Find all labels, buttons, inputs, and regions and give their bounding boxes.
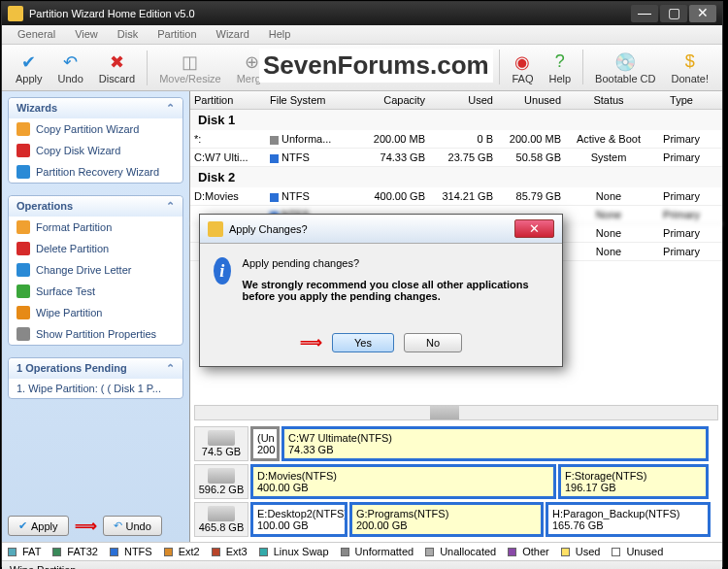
titlebar: Partition Wizard Home Edition v5.0 — ▢ ✕: [2, 2, 722, 25]
sidebar-item[interactable]: Surface Test: [9, 281, 182, 302]
item-icon: [17, 165, 30, 179]
disk-icon: 596.2 GB: [194, 464, 248, 499]
pending-panel: 1 Operations Pending⌃ 1. Wipe Partition:…: [8, 357, 183, 399]
close-button[interactable]: ✕: [689, 5, 716, 22]
legend-item: Unused: [612, 546, 663, 557]
partition-block[interactable]: F:Storage(NTFS)196.17 GB: [558, 464, 709, 499]
legend-item: FAT32: [52, 546, 98, 557]
apply-button[interactable]: ✔Apply: [8, 50, 50, 86]
diskmap-row: 596.2 GBD:Movies(NTFS)400.00 GBF:Storage…: [194, 464, 718, 499]
sidebar-undo-button[interactable]: ↶Undo: [103, 516, 162, 536]
partition-row[interactable]: *:Unforma...200.00 MB0 B200.00 MBActive …: [190, 130, 722, 149]
legend-item: NTFS: [110, 546, 152, 557]
partition-row[interactable]: D:MoviesNTFS400.00 GB314.21 GB85.79 GBNo…: [190, 187, 722, 206]
watermark-text: SevenForums.com: [259, 49, 493, 83]
menu-partition[interactable]: Partition: [148, 25, 206, 44]
partition-row[interactable]: C:W7 Ulti...NTFS74.33 GB23.75 GB50.58 GB…: [190, 149, 722, 167]
faq-button[interactable]: ◉FAQ: [504, 50, 541, 86]
help-button[interactable]: ?Help: [541, 50, 579, 86]
pending-item[interactable]: 1. Wipe Partition: ( ( Disk 1 P...: [9, 379, 182, 398]
window-title: Partition Wizard Home Edition v5.0: [29, 8, 195, 19]
collapse-icon[interactable]: ⌃: [166, 362, 175, 375]
sidebar-item[interactable]: Change Drive Letter: [9, 259, 182, 281]
legend-item: Unformatted: [341, 546, 414, 557]
menu-wizard[interactable]: Wizard: [207, 25, 259, 44]
undo-button[interactable]: ↶Undo: [50, 50, 91, 86]
arrow-annotation: ⟹: [75, 517, 97, 535]
sidebar: Wizards⌃ Copy Partition WizardCopy Disk …: [2, 91, 190, 542]
dialog-no-button[interactable]: No: [404, 333, 462, 352]
partition-block[interactable]: C:W7 Ultimate(NTFS)74.33 GB: [281, 426, 709, 461]
diskmap-row: 465.8 GBE:Desktop2(NTFS)100.00 GBG:Progr…: [194, 502, 718, 537]
item-icon: [17, 220, 30, 234]
legend-item: Linux Swap: [259, 546, 329, 557]
sidebar-item[interactable]: Copy Disk Wizard: [9, 140, 182, 161]
dialog-yes-button[interactable]: Yes: [332, 333, 394, 352]
menu-disk[interactable]: Disk: [108, 25, 148, 44]
item-icon: [17, 144, 30, 157]
minimize-button[interactable]: —: [631, 5, 658, 22]
dialog-message: Apply pending changes?: [243, 257, 548, 269]
statusbar: Wipe Partition: [2, 560, 722, 569]
pending-title: 1 Operations Pending: [17, 362, 127, 375]
disk-header: Disk 1: [190, 110, 722, 130]
column-headers: Partition File System Capacity Used Unus…: [190, 91, 722, 110]
move-resize-button[interactable]: ◫Move/Resize: [151, 50, 229, 86]
disk-icon: 465.8 GB: [194, 502, 248, 537]
legend-item: Used: [561, 546, 601, 557]
disk-icon: 74.5 GB: [194, 426, 248, 461]
app-icon: [8, 6, 23, 21]
partition-block[interactable]: (Un200: [250, 426, 280, 461]
wizards-title: Wizards: [17, 102, 57, 115]
item-icon: [17, 306, 30, 319]
legend-item: FAT: [8, 546, 41, 557]
partition-block[interactable]: G:Programs(NTFS)200.00 GB: [349, 502, 544, 537]
item-icon: [17, 122, 30, 136]
maximize-button[interactable]: ▢: [660, 5, 687, 22]
sidebar-item[interactable]: Copy Partition Wizard: [9, 118, 182, 140]
legend-item: Unallocated: [425, 546, 496, 557]
dialog-close-button[interactable]: ✕: [514, 219, 554, 238]
item-icon: [17, 284, 30, 298]
sidebar-item[interactable]: Delete Partition: [9, 238, 182, 259]
info-icon: i: [214, 257, 231, 284]
bootable-cd-button[interactable]: 💿Bootable CD: [587, 50, 663, 86]
item-icon: [17, 263, 30, 277]
arrow-annotation: ⟹: [300, 333, 322, 352]
sidebar-item[interactable]: Wipe Partition: [9, 302, 182, 323]
dialog-title: Apply Changes?: [229, 223, 308, 235]
wizards-panel: Wizards⌃ Copy Partition WizardCopy Disk …: [8, 97, 183, 184]
disk-map: 74.5 GB(Un200C:W7 Ultimate(NTFS)74.33 GB…: [190, 424, 722, 542]
partition-block[interactable]: D:Movies(NTFS)400.00 GB: [250, 464, 556, 499]
partition-block[interactable]: H:Paragon_Backup(NTFS)165.76 GB: [546, 502, 711, 537]
sidebar-item[interactable]: Partition Recovery Wizard: [9, 161, 182, 183]
collapse-icon[interactable]: ⌃: [166, 200, 175, 213]
sidebar-apply-button[interactable]: ✔Apply: [8, 516, 69, 536]
menu-view[interactable]: View: [65, 25, 108, 44]
dialog-icon: [208, 221, 223, 237]
sidebar-item[interactable]: Show Partition Properties: [9, 323, 182, 345]
disk-header: Disk 2: [190, 167, 722, 187]
toolbar: ✔Apply ↶Undo ✖Discard ◫Move/Resize ⊕Merg…: [2, 45, 722, 91]
diskmap-row: 74.5 GB(Un200C:W7 Ultimate(NTFS)74.33 GB: [194, 426, 718, 461]
legend-item: Ext2: [164, 546, 200, 557]
sidebar-item[interactable]: Format Partition: [9, 217, 182, 238]
legend-item: Other: [508, 546, 549, 557]
apply-changes-dialog: Apply Changes? ✕ i Apply pending changes…: [199, 214, 563, 367]
dialog-warning: We strongly recommend you close all othe…: [243, 279, 548, 302]
partition-block[interactable]: E:Desktop2(NTFS)100.00 GB: [250, 502, 347, 537]
menubar: General View Disk Partition Wizard Help: [2, 25, 722, 45]
collapse-icon[interactable]: ⌃: [166, 102, 175, 115]
legend-item: Ext3: [212, 546, 248, 557]
legend: FATFAT32NTFSExt2Ext3Linux SwapUnformatte…: [2, 542, 722, 560]
menu-help[interactable]: Help: [259, 25, 301, 44]
operations-title: Operations: [17, 200, 73, 213]
donate-button[interactable]: $Donate!: [663, 50, 716, 86]
horizontal-scrollbar[interactable]: [194, 405, 718, 420]
menu-general[interactable]: General: [8, 25, 65, 44]
item-icon: [17, 242, 30, 255]
item-icon: [17, 327, 30, 341]
operations-panel: Operations⌃ Format PartitionDelete Parti…: [8, 195, 183, 346]
discard-button[interactable]: ✖Discard: [91, 50, 143, 86]
